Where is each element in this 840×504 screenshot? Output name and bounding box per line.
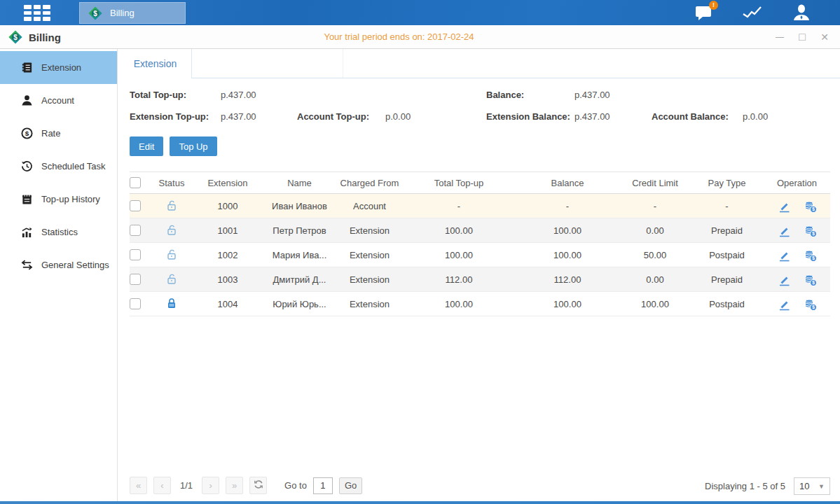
goto-page-input[interactable] bbox=[313, 477, 333, 494]
sidebar-item-extension[interactable]: Extension bbox=[0, 51, 117, 84]
maximize-icon[interactable]: □ bbox=[797, 31, 808, 43]
edit-pencil-icon[interactable] bbox=[778, 248, 791, 262]
next-page-button[interactable]: › bbox=[202, 477, 219, 494]
edit-pencil-icon[interactable] bbox=[778, 200, 791, 213]
row-checkbox[interactable] bbox=[130, 200, 141, 211]
topup-coins-icon[interactable] bbox=[804, 248, 817, 262]
header-credit-limit: Credit Limit bbox=[620, 178, 690, 188]
pagination-summary: Displaying 1 - 5 of 5 10 ▼ bbox=[705, 477, 830, 495]
go-button[interactable]: Go bbox=[339, 477, 362, 494]
select-all-checkbox[interactable] bbox=[130, 177, 141, 188]
pagination-bar: « ‹ 1/1 › » Go to Go Displaying 1 - 5 of… bbox=[130, 477, 830, 498]
header-name: Name bbox=[263, 178, 336, 188]
top-up-button[interactable]: Top Up bbox=[170, 136, 216, 156]
rate-icon: $ bbox=[20, 127, 33, 140]
edit-button[interactable]: Edit bbox=[130, 136, 163, 156]
cell-extension: 1004 bbox=[193, 299, 263, 309]
cell-balance: - bbox=[515, 201, 620, 211]
cell-charged-from: Extension bbox=[336, 250, 403, 260]
sidebar-item-scheduled-task[interactable]: Scheduled Task bbox=[0, 150, 117, 183]
topup-history-icon bbox=[20, 193, 33, 206]
taskbar-billing-tab[interactable]: Billing bbox=[79, 2, 186, 24]
tab-extension[interactable]: Extension bbox=[119, 49, 192, 78]
total-topup-label: Total Top-up: bbox=[130, 90, 186, 100]
page-size-select[interactable]: 10 ▼ bbox=[794, 477, 830, 495]
status-lock-icon[interactable] bbox=[165, 248, 178, 260]
topup-coins-icon[interactable] bbox=[804, 224, 817, 237]
taskbar-billing-label: Billing bbox=[110, 8, 135, 18]
sidebar-item-rate[interactable]: $ Rate bbox=[0, 117, 117, 150]
close-icon[interactable]: ✕ bbox=[819, 31, 830, 43]
sidebar: Extension Account $ Rate Scheduled Task bbox=[0, 49, 118, 501]
general-settings-icon bbox=[20, 259, 33, 272]
cell-name: Иван Иванов bbox=[263, 201, 336, 211]
topup-coins-icon[interactable] bbox=[804, 298, 817, 311]
tab-strip-slot bbox=[192, 49, 343, 78]
row-checkbox[interactable] bbox=[130, 298, 141, 309]
edit-pencil-icon[interactable] bbox=[778, 273, 791, 286]
cell-pay-type: Prepaid bbox=[690, 274, 764, 285]
first-page-button[interactable]: « bbox=[130, 477, 147, 494]
cell-name: Мария Ива... bbox=[263, 250, 336, 260]
topbar-icons: ! bbox=[693, 0, 812, 25]
total-topup-value: p.437.00 bbox=[221, 90, 256, 100]
trial-notice: Your trial period ends on: 2017-02-24 bbox=[0, 25, 798, 49]
status-lock-icon[interactable] bbox=[165, 297, 178, 309]
scheduled-task-icon bbox=[20, 160, 33, 173]
account-topup-value: p.0.00 bbox=[385, 111, 411, 122]
cell-credit-limit: 50.00 bbox=[620, 250, 690, 260]
billing-summary: Total Top-up: p.437.00 Balance: p.437.00… bbox=[118, 78, 840, 141]
cell-balance: 100.00 bbox=[515, 299, 620, 309]
sidebar-item-label: Rate bbox=[41, 128, 60, 139]
cell-charged-from: Extension bbox=[336, 299, 403, 309]
sidebar-item-label: General Settings bbox=[41, 260, 109, 270]
cell-name: Дмитрий Д... bbox=[263, 274, 336, 285]
cell-balance: 112.00 bbox=[515, 274, 620, 285]
status-lock-icon[interactable] bbox=[165, 272, 178, 285]
cell-credit-limit: 100.00 bbox=[620, 299, 690, 309]
page-size-value: 10 bbox=[799, 481, 809, 491]
refresh-button[interactable] bbox=[249, 477, 267, 494]
topup-coins-icon[interactable] bbox=[804, 200, 817, 213]
sidebar-item-label: Scheduled Task bbox=[41, 161, 106, 172]
cell-extension: 1002 bbox=[193, 250, 263, 260]
account-icon bbox=[20, 94, 33, 107]
sidebar-item-general-settings[interactable]: General Settings bbox=[0, 248, 117, 281]
monitor-chart-icon[interactable] bbox=[742, 4, 763, 22]
prev-page-button[interactable]: ‹ bbox=[153, 477, 171, 494]
edit-pencil-icon[interactable] bbox=[778, 298, 791, 311]
extension-balance-value: p.437.00 bbox=[574, 111, 610, 122]
sidebar-item-topup-history[interactable]: Top-up History bbox=[0, 183, 117, 216]
table-header-row: Status Extension Name Charged From Total… bbox=[130, 172, 830, 194]
table-row: 1000 Иван Иванов Account - - - - bbox=[130, 194, 830, 218]
row-checkbox[interactable] bbox=[130, 274, 141, 285]
window-controls: — □ ✕ bbox=[774, 25, 830, 49]
cell-pay-type: Postpaid bbox=[690, 299, 764, 309]
chevron-down-icon: ▼ bbox=[818, 483, 825, 490]
row-checkbox[interactable] bbox=[130, 225, 141, 236]
cell-total-topup: - bbox=[403, 201, 515, 211]
topup-coins-icon[interactable] bbox=[804, 273, 817, 286]
cell-total-topup: 112.00 bbox=[403, 274, 515, 285]
row-checkbox[interactable] bbox=[130, 249, 141, 260]
cell-total-topup: 100.00 bbox=[403, 250, 515, 260]
balance-label: Balance: bbox=[486, 90, 524, 100]
cell-extension: 1003 bbox=[193, 274, 263, 285]
user-icon[interactable] bbox=[791, 4, 812, 22]
sidebar-item-statistics[interactable]: Statistics bbox=[0, 216, 117, 248]
status-lock-icon[interactable] bbox=[165, 199, 178, 211]
account-topup-label: Account Top-up: bbox=[297, 111, 369, 122]
app-grid-icon[interactable] bbox=[24, 5, 50, 21]
status-lock-icon[interactable] bbox=[165, 223, 178, 236]
balance-value: p.437.00 bbox=[574, 90, 610, 100]
last-page-button[interactable]: » bbox=[226, 477, 243, 494]
statistics-icon bbox=[20, 226, 33, 239]
goto-label: Go to bbox=[284, 480, 307, 491]
messages-icon[interactable]: ! bbox=[693, 4, 714, 22]
titlebar: Billing Your trial period ends on: 2017-… bbox=[0, 25, 840, 49]
edit-pencil-icon[interactable] bbox=[778, 224, 791, 237]
window-body: Extension Account $ Rate Scheduled Task bbox=[0, 49, 840, 501]
sidebar-item-account[interactable]: Account bbox=[0, 84, 117, 117]
minimize-icon[interactable]: — bbox=[774, 31, 785, 43]
topbar: Billing ! bbox=[0, 0, 840, 25]
